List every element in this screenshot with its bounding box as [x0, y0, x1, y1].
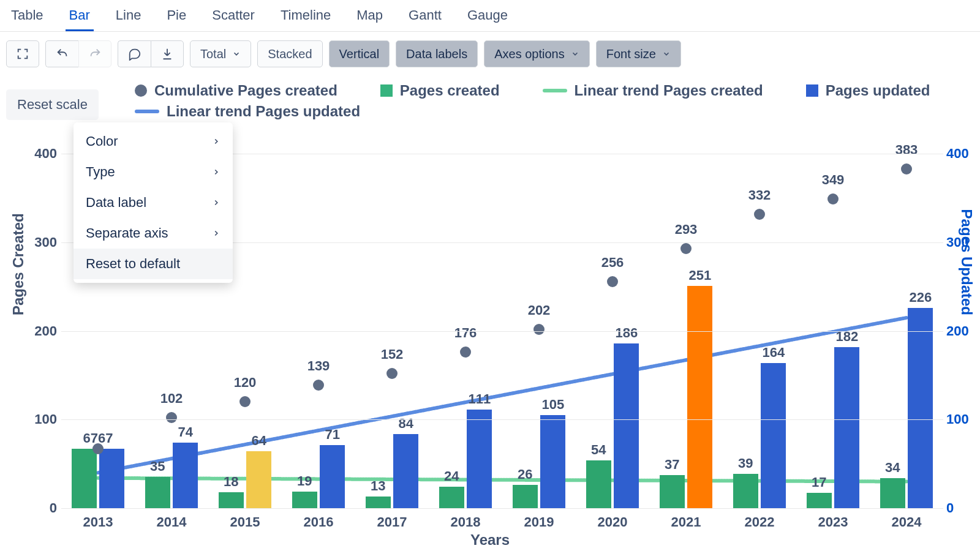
bar-pages-updated[interactable] — [908, 308, 933, 508]
tab-line[interactable]: Line — [112, 5, 145, 31]
cumulative-point[interactable] — [92, 443, 104, 454]
data-labels-toggle[interactable]: Data labels — [396, 40, 478, 67]
undo-button[interactable] — [45, 40, 78, 67]
cumulative-point[interactable] — [827, 193, 839, 204]
data-label: 17 — [801, 474, 837, 490]
cumulative-point[interactable] — [386, 368, 398, 379]
legend-cumulative[interactable]: Cumulative Pages created — [135, 82, 337, 99]
bar-pages-updated[interactable] — [320, 445, 345, 508]
bar-pages-updated[interactable] — [246, 451, 271, 508]
stacked-toggle[interactable]: Stacked — [257, 40, 322, 67]
data-labels-label: Data labels — [406, 47, 467, 61]
bar-pages-created[interactable] — [366, 497, 391, 508]
data-label: 349 — [822, 172, 845, 188]
bar-pages-created[interactable] — [219, 492, 244, 508]
data-label: 24 — [433, 468, 470, 484]
cumulative-point[interactable] — [607, 276, 618, 287]
tab-gantt[interactable]: Gantt — [405, 5, 445, 31]
chart-column[interactable]: 17182349 — [796, 127, 870, 508]
bar-pages-updated[interactable] — [173, 443, 198, 508]
ctx-color[interactable]: Color — [74, 126, 233, 157]
dash-icon — [135, 110, 159, 113]
y-left-tick: 0 — [23, 500, 57, 516]
ctx-type[interactable]: Type — [74, 157, 233, 187]
chart-column[interactable]: 1971139 — [282, 127, 355, 508]
dash-icon — [543, 89, 567, 92]
font-size-dropdown[interactable]: Font size — [596, 40, 681, 67]
tab-gauge[interactable]: Gauge — [464, 5, 511, 31]
bar-pages-updated[interactable] — [540, 415, 565, 508]
bar-pages-updated[interactable] — [467, 410, 492, 508]
fullscreen-button[interactable] — [6, 40, 39, 67]
bar-pages-created[interactable] — [880, 478, 905, 508]
cumulative-point[interactable] — [239, 396, 251, 407]
legend-pages-updated[interactable]: Pages updated — [806, 82, 930, 99]
bar-pages-created[interactable] — [733, 474, 758, 508]
total-dropdown[interactable]: Total — [190, 40, 251, 67]
cumulative-point[interactable] — [313, 380, 324, 391]
bar-pages-created[interactable] — [660, 475, 685, 508]
bar-pages-updated[interactable] — [393, 434, 418, 509]
bar-pages-created[interactable] — [439, 487, 464, 508]
bar-pages-created[interactable] — [72, 449, 97, 508]
y-left-tick: 100 — [23, 411, 57, 427]
bar-pages-created[interactable] — [292, 492, 317, 508]
tab-pie[interactable]: Pie — [163, 5, 190, 31]
tab-map[interactable]: Map — [353, 5, 386, 31]
chart-column[interactable]: 37251293 — [649, 127, 723, 508]
cumulative-point[interactable] — [460, 347, 471, 358]
ctx-reset[interactable]: Reset to default — [74, 249, 233, 279]
cumulative-point[interactable] — [533, 324, 545, 335]
chart-column[interactable]: 24111176 — [429, 127, 502, 508]
cumulative-point[interactable] — [680, 243, 692, 254]
data-label: 13 — [360, 478, 396, 494]
x-tick: 2013 — [61, 514, 135, 530]
export-button[interactable] — [151, 40, 184, 67]
x-tick: 2015 — [208, 514, 282, 530]
bar-pages-created[interactable] — [513, 485, 538, 508]
bar-pages-updated[interactable] — [99, 449, 124, 508]
bar-pages-created[interactable] — [145, 477, 170, 508]
cumulative-point[interactable] — [166, 412, 177, 423]
chart-column[interactable]: 26105202 — [502, 127, 576, 508]
legend-pages-created[interactable]: Pages created — [380, 82, 500, 99]
tab-table[interactable]: Table — [7, 5, 47, 31]
redo-button[interactable] — [78, 40, 111, 67]
bar-pages-created[interactable] — [586, 460, 611, 508]
data-label: 18 — [213, 474, 249, 490]
bar-pages-updated[interactable] — [687, 286, 712, 508]
bar-pages-updated[interactable] — [834, 347, 859, 508]
bar-pages-updated[interactable] — [761, 363, 786, 508]
ctx-data-label[interactable]: Data label — [74, 187, 233, 218]
y-right-tick: 100 — [946, 411, 980, 427]
legend-trend-created[interactable]: Linear trend Pages created — [543, 82, 763, 99]
data-label: 105 — [535, 397, 571, 413]
bar-pages-updated[interactable] — [614, 343, 639, 508]
tab-timeline[interactable]: Timeline — [277, 5, 334, 31]
data-label: 332 — [748, 187, 771, 203]
square-icon — [380, 84, 393, 97]
grid-line — [61, 419, 943, 420]
chart-column[interactable]: 54186256 — [576, 127, 649, 508]
ctx-separate-axis[interactable]: Separate axis — [74, 218, 233, 249]
tab-bar[interactable]: Bar — [66, 5, 94, 31]
tab-scatter[interactable]: Scatter — [208, 5, 258, 31]
ctx-label: Data label — [86, 195, 146, 211]
chart-column[interactable]: 39164332 — [723, 127, 796, 508]
series-context-menu: Color Type Data label Separate axis Rese… — [74, 122, 233, 283]
chart-column[interactable]: 1384152 — [355, 127, 429, 508]
x-tick: 2023 — [796, 514, 870, 530]
cumulative-point[interactable] — [901, 163, 912, 174]
data-label: 120 — [234, 375, 257, 391]
annotate-button[interactable] — [118, 40, 151, 67]
bar-pages-created[interactable] — [807, 493, 832, 508]
axes-options-dropdown[interactable]: Axes options — [484, 40, 590, 67]
x-tick: 2021 — [649, 514, 723, 530]
legend-trend-updated[interactable]: Linear trend Pages updated — [135, 103, 360, 120]
y-right-tick: 200 — [946, 323, 980, 339]
cumulative-point[interactable] — [754, 209, 765, 220]
y-right-tick: 400 — [946, 146, 980, 162]
undo-icon — [56, 47, 69, 61]
vertical-toggle[interactable]: Vertical — [329, 40, 390, 67]
chart-column[interactable]: 34226383 — [870, 127, 943, 508]
